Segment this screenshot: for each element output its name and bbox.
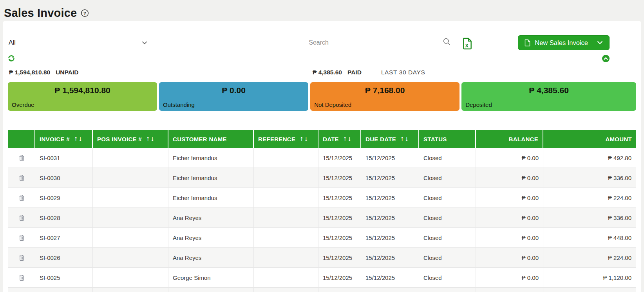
cell-pos_invoice (93, 268, 168, 288)
cell-customer: Ana Reyes (168, 228, 254, 248)
quick-icons-row (8, 54, 636, 62)
cell-date: 15/12/2025 (318, 208, 361, 228)
cell-date: 15/12/2025 (318, 228, 361, 248)
cell-date: 15/12/2025 (318, 168, 361, 188)
deposited-label: Deposited (465, 101, 492, 108)
outstanding-card[interactable]: ₱ 0.00 Outstanding (159, 82, 308, 111)
cell-pos_invoice (93, 188, 168, 208)
delete-invoice-button[interactable] (17, 173, 26, 183)
column-label: INVOICE # (40, 136, 70, 142)
status-filter-select[interactable]: All (8, 37, 150, 50)
paid-summary: ₱ 4,385.60 PAID LAST 30 DAYS (313, 69, 425, 76)
column-label: REFERENCE (258, 136, 295, 142)
cell-due_date: 15/12/2025 (361, 248, 419, 268)
cell-due_date: 15/12/2025 (361, 268, 419, 288)
column-header-invoice[interactable]: INVOICE #↑↓ (35, 130, 93, 148)
invoice-row[interactable]: SI-0026Ana Reyes15/12/202515/12/2025Clos… (8, 248, 636, 268)
column-header-amount: AMOUNT (543, 130, 636, 148)
trash-icon (19, 175, 25, 181)
invoice-table-wrap: INVOICE #↑↓POS INVOICE #↑↓CUSTOMER NAMER… (8, 130, 636, 292)
chevron-down-icon[interactable] (597, 41, 603, 45)
cell-customer: Eicher fernandus (168, 148, 254, 168)
invoice-row[interactable]: SI-0027Ana Reyes15/12/202515/12/2025Clos… (8, 228, 636, 248)
cell-invoice: SI-0029 (35, 188, 93, 208)
help-circle-icon[interactable]: ? (81, 9, 89, 19)
cell-reference (254, 148, 318, 168)
trash-icon (19, 195, 25, 201)
cell-due_date: 15/12/2025 (361, 228, 419, 248)
column-label: BALANCE (509, 136, 538, 142)
overdue-card[interactable]: ₱ 1,594,810.80 Overdue (8, 82, 157, 111)
column-label: DATE (323, 136, 339, 142)
cell-due_date: 15/12/2025 (361, 188, 419, 208)
not-deposited-value: ₱ 7,168.00 (310, 82, 459, 95)
cell-due_date: 15/12/2025 (361, 148, 419, 168)
cell-date: 15/12/2025 (318, 268, 361, 288)
delete-invoice-button[interactable] (17, 213, 26, 223)
cell-reference (254, 248, 318, 268)
sort-arrows-icon[interactable]: ↑↓ (74, 136, 83, 142)
new-sales-invoice-label: New Sales Invoice (535, 39, 588, 47)
sort-arrows-icon[interactable]: ↑↓ (343, 136, 352, 142)
cell-status: Closed (419, 148, 476, 168)
sales-invoice-panel: All X (3, 21, 641, 292)
collapse-panel-button[interactable] (602, 55, 610, 62)
delete-invoice-button[interactable] (17, 153, 26, 163)
trash-icon (19, 254, 25, 261)
not-deposited-card[interactable]: ₱ 7,168.00 Not Deposited (310, 82, 459, 111)
invoice-row-partial (8, 288, 636, 292)
sort-arrows-icon[interactable]: ↑↓ (400, 136, 409, 142)
overdue-value: ₱ 1,594,810.80 (8, 82, 157, 95)
chevron-down-icon (142, 39, 147, 46)
delete-invoice-button[interactable] (17, 233, 26, 243)
column-header-date[interactable]: DATE↑↓ (318, 130, 361, 148)
cell-reference (254, 168, 318, 188)
cell-status: Closed (419, 228, 476, 248)
cell-amount: ₱ 492.80 (543, 148, 636, 168)
cell-customer: Ana Reyes (168, 248, 254, 268)
delete-invoice-button[interactable] (17, 273, 26, 283)
invoice-row[interactable]: SI-0030Eicher fernandus15/12/202515/12/2… (8, 168, 636, 188)
search-input[interactable] (308, 37, 452, 50)
excel-export-button[interactable]: X (462, 37, 473, 50)
cell-invoice: SI-0026 (35, 248, 93, 268)
invoice-row[interactable]: SI-0025George Simon15/12/202515/12/2025C… (8, 268, 636, 288)
sort-arrows-icon[interactable]: ↑↓ (146, 136, 155, 142)
cell-delete (8, 148, 35, 168)
cell-balance: ₱ 0.00 (476, 228, 543, 248)
column-header-pos_invoice[interactable]: POS INVOICE #↑↓ (93, 130, 168, 148)
cell-delete (8, 248, 35, 268)
cell-amount: ₱ 224.00 (543, 248, 636, 268)
column-header-due_date[interactable]: DUE DATE↑↓ (361, 130, 419, 148)
paid-label: PAID (347, 69, 362, 76)
page-header: Sales Invoice ? (0, 0, 644, 21)
refresh-button[interactable] (8, 55, 15, 62)
cell-amount: ₱ 448.00 (543, 228, 636, 248)
svg-text:X: X (465, 43, 469, 49)
column-label: AMOUNT (605, 136, 632, 142)
cell-reference (254, 268, 318, 288)
delete-invoice-button[interactable] (17, 253, 26, 263)
invoice-row[interactable]: SI-0029Eicher fernandus15/12/202515/12/2… (8, 188, 636, 208)
delete-invoice-button[interactable] (17, 193, 26, 203)
cell-invoice: SI-0027 (35, 228, 93, 248)
cell-invoice: SI-0028 (35, 208, 93, 228)
invoice-row[interactable]: SI-0031Eicher fernandus15/12/202515/12/2… (8, 148, 636, 168)
summary-cards: ₱ 1,594,810.80 Overdue ₱ 0.00 Outstandin… (8, 82, 636, 111)
column-header-reference[interactable]: REFERENCE↑↓ (254, 130, 318, 148)
column-label: STATUS (423, 136, 447, 142)
sort-arrows-icon[interactable]: ↑↓ (299, 136, 308, 142)
status-filter-value: All (9, 39, 16, 46)
period-label: LAST 30 DAYS (381, 69, 425, 76)
cell-customer: Ana Reyes (168, 208, 254, 228)
page-title: Sales Invoice (4, 7, 77, 20)
cell-date: 15/12/2025 (318, 188, 361, 208)
trash-icon (19, 234, 25, 241)
invoice-row[interactable]: SI-0028Ana Reyes15/12/202515/12/2025Clos… (8, 208, 636, 228)
cell-balance: ₱ 0.00 (476, 208, 543, 228)
column-header-status: STATUS (419, 130, 476, 148)
search-box (308, 37, 452, 50)
cell-invoice: SI-0025 (35, 268, 93, 288)
new-sales-invoice-button[interactable]: New Sales Invoice (518, 35, 610, 50)
deposited-card[interactable]: ₱ 4,385.60 Deposited (461, 82, 636, 111)
